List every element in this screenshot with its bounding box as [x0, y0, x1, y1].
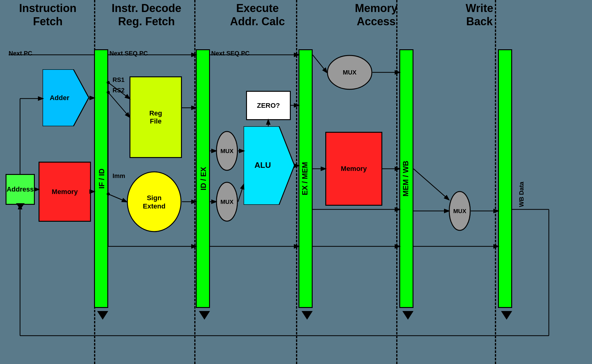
stage-write-back: WriteBack	[432, 2, 527, 28]
svg-line-27	[108, 92, 130, 117]
next-seq-pc-2-label: Next SEQ PC	[211, 50, 249, 57]
memwb-label: MEM / WB	[401, 161, 410, 196]
wb-arrow	[501, 311, 512, 320]
address-unit: Address	[6, 174, 35, 205]
stage-memory-access: MemoryAccess	[324, 2, 429, 28]
idex-arrow	[199, 311, 210, 320]
wb-data-label: WB Data	[518, 182, 525, 207]
memwb-arrow	[402, 311, 413, 320]
pipeline-reg-exmem: EX / MEM	[298, 49, 313, 308]
stage-instruction-fetch: InstructionFetch	[3, 2, 92, 28]
svg-line-31	[108, 194, 126, 202]
next-pc-label: Next PC	[9, 50, 32, 57]
next-seq-pc-1-label: Next SEQ PC	[109, 50, 148, 57]
stage-execute: ExecuteAddr. Calc	[197, 2, 318, 28]
svg-text:MUX: MUX	[343, 69, 357, 76]
alu-unit: ALU	[244, 126, 294, 205]
exmem-label: EX / MEM	[301, 162, 309, 195]
svg-text:Adder: Adder	[50, 94, 69, 102]
svg-text:MUX: MUX	[220, 199, 234, 205]
svg-text:MUX: MUX	[453, 208, 467, 214]
mux-id-lower: MUX	[216, 182, 238, 222]
svg-line-23	[313, 55, 327, 72]
pipeline-reg-ifid: IF / ID	[94, 49, 108, 308]
reg-file-unit: Reg File	[130, 76, 182, 158]
mux-id-upper: MUX	[216, 131, 238, 171]
exmem-arrow	[302, 311, 313, 320]
svg-text:MUX: MUX	[220, 148, 234, 154]
svg-text:Sign: Sign	[147, 194, 162, 202]
if-memory-unit: Memory	[39, 162, 91, 222]
rs1-label: RS1	[113, 76, 125, 83]
svg-text:ALU: ALU	[254, 160, 271, 170]
pipeline-reg-memwb: MEM / WB	[399, 49, 413, 308]
svg-text:Extend: Extend	[143, 202, 165, 210]
ifid-arrow	[97, 311, 108, 320]
idex-label: ID / EX	[199, 167, 208, 190]
ifid-label: IF / ID	[97, 168, 106, 188]
pipeline-reg-idex: ID / EX	[196, 49, 210, 308]
divider-5	[495, 0, 496, 364]
imm-label: Imm	[113, 172, 125, 180]
mux-pc: MUX	[327, 55, 372, 90]
adder-unit: Adder	[43, 69, 89, 126]
pipeline-reg-wb-out	[498, 49, 512, 308]
rs2-label: RS2	[113, 87, 125, 94]
svg-point-2	[127, 172, 181, 232]
stage-instr-decode: Instr. DecodeReg. Fetch	[96, 2, 197, 28]
divider-3	[296, 0, 297, 364]
zero-unit: ZERO?	[246, 91, 291, 120]
mux-wb: MUX	[449, 191, 471, 231]
sign-extend-unit: Sign Extend	[126, 171, 182, 233]
mem-memory-unit: Memory	[325, 132, 382, 206]
svg-line-36	[238, 185, 244, 202]
divider-4	[396, 0, 397, 364]
svg-line-44	[413, 169, 449, 200]
divider-2	[194, 0, 195, 364]
